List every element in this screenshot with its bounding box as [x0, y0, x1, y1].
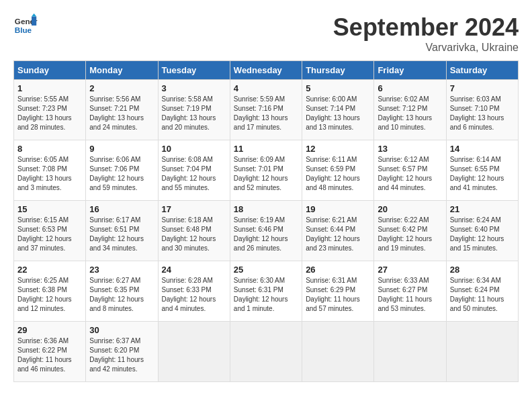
daylight-text: Daylight: 11 hours and 53 minutes. — [378, 295, 442, 314]
daylight-text: Daylight: 11 hours and 42 minutes. — [89, 355, 154, 374]
sunrise-text: Sunrise: 6:17 AM — [89, 216, 154, 225]
calendar-cell: 20 Sunrise: 6:22 AM Sunset: 6:42 PM Dayl… — [374, 201, 446, 261]
day-number: 3 — [162, 83, 226, 93]
sunrise-text: Sunrise: 6:25 AM — [17, 276, 82, 285]
calendar-cell: 26 Sunrise: 6:31 AM Sunset: 6:29 PM Dayl… — [302, 261, 374, 322]
calendar-cell: 3 Sunrise: 5:58 AM Sunset: 7:19 PM Dayli… — [158, 80, 230, 140]
svg-marker-2 — [32, 17, 36, 26]
daylight-text: Daylight: 13 hours and 10 minutes. — [378, 113, 442, 132]
day-info: Sunrise: 6:19 AM Sunset: 6:46 PM Dayligh… — [234, 216, 298, 253]
sunrise-text: Sunrise: 6:09 AM — [234, 155, 298, 165]
column-header-monday: Monday — [86, 61, 158, 80]
sunset-text: Sunset: 7:04 PM — [162, 165, 226, 174]
day-number: 30 — [89, 325, 154, 335]
sunset-text: Sunset: 7:19 PM — [162, 104, 226, 113]
title-block: September 2024 Varvarivka, Ukraine — [333, 13, 519, 54]
day-info: Sunrise: 6:12 AM Sunset: 6:57 PM Dayligh… — [378, 155, 442, 193]
sunset-text: Sunset: 6:24 PM — [450, 285, 515, 295]
calendar-week-1: 1 Sunrise: 5:55 AM Sunset: 7:23 PM Dayli… — [14, 80, 519, 140]
calendar-cell: 19 Sunrise: 6:21 AM Sunset: 6:44 PM Dayl… — [302, 201, 374, 261]
day-number: 28 — [450, 265, 515, 275]
day-info: Sunrise: 6:09 AM Sunset: 7:01 PM Dayligh… — [234, 155, 298, 193]
day-number: 5 — [306, 83, 370, 93]
day-number: 22 — [17, 265, 82, 275]
day-info: Sunrise: 6:02 AM Sunset: 7:12 PM Dayligh… — [378, 95, 442, 132]
day-number: 12 — [306, 144, 370, 154]
sunrise-text: Sunrise: 5:56 AM — [89, 95, 154, 104]
day-info: Sunrise: 6:15 AM Sunset: 6:53 PM Dayligh… — [17, 216, 82, 253]
day-info: Sunrise: 6:08 AM Sunset: 7:04 PM Dayligh… — [162, 155, 226, 193]
day-info: Sunrise: 6:33 AM Sunset: 6:27 PM Dayligh… — [378, 276, 442, 314]
daylight-text: Daylight: 12 hours and 55 minutes. — [162, 174, 226, 193]
sunset-text: Sunset: 7:21 PM — [89, 104, 154, 113]
calendar-week-5: 29 Sunrise: 6:36 AM Sunset: 6:22 PM Dayl… — [14, 322, 519, 382]
daylight-text: Daylight: 11 hours and 50 minutes. — [450, 295, 515, 314]
sunrise-text: Sunrise: 6:21 AM — [306, 216, 370, 225]
column-header-thursday: Thursday — [302, 61, 374, 80]
sunrise-text: Sunrise: 6:31 AM — [306, 276, 370, 285]
day-number: 10 — [162, 144, 226, 154]
day-info: Sunrise: 6:24 AM Sunset: 6:40 PM Dayligh… — [450, 216, 515, 253]
sunrise-text: Sunrise: 6:08 AM — [162, 155, 226, 165]
calendar-cell: 4 Sunrise: 5:59 AM Sunset: 7:16 PM Dayli… — [230, 80, 302, 140]
daylight-text: Daylight: 13 hours and 17 minutes. — [234, 113, 298, 132]
day-number: 2 — [89, 83, 154, 93]
sunrise-text: Sunrise: 6:15 AM — [17, 216, 82, 225]
day-number: 4 — [234, 83, 298, 93]
sunset-text: Sunset: 6:20 PM — [89, 346, 154, 355]
day-info: Sunrise: 5:58 AM Sunset: 7:19 PM Dayligh… — [162, 95, 226, 132]
daylight-text: Daylight: 13 hours and 6 minutes. — [450, 113, 515, 132]
sunrise-text: Sunrise: 6:00 AM — [306, 95, 370, 104]
daylight-text: Daylight: 12 hours and 41 minutes. — [450, 174, 515, 193]
daylight-text: Daylight: 11 hours and 46 minutes. — [17, 355, 82, 374]
day-number: 24 — [162, 265, 226, 275]
column-header-tuesday: Tuesday — [158, 61, 230, 80]
day-info: Sunrise: 6:28 AM Sunset: 6:33 PM Dayligh… — [162, 276, 226, 314]
daylight-text: Daylight: 12 hours and 19 minutes. — [378, 234, 442, 253]
calendar-cell: 25 Sunrise: 6:30 AM Sunset: 6:31 PM Dayl… — [230, 261, 302, 322]
sunset-text: Sunset: 7:23 PM — [17, 104, 82, 113]
daylight-text: Daylight: 13 hours and 13 minutes. — [306, 113, 370, 132]
sunset-text: Sunset: 7:10 PM — [450, 104, 515, 113]
calendar-cell: 12 Sunrise: 6:11 AM Sunset: 6:59 PM Dayl… — [302, 140, 374, 201]
day-info: Sunrise: 6:34 AM Sunset: 6:24 PM Dayligh… — [450, 276, 515, 314]
sunset-text: Sunset: 6:27 PM — [378, 285, 442, 295]
calendar-cell: 6 Sunrise: 6:02 AM Sunset: 7:12 PM Dayli… — [374, 80, 446, 140]
sunset-text: Sunset: 6:59 PM — [306, 165, 370, 174]
sunset-text: Sunset: 6:40 PM — [450, 225, 515, 234]
sunrise-text: Sunrise: 6:27 AM — [89, 276, 154, 285]
daylight-text: Daylight: 12 hours and 15 minutes. — [450, 234, 515, 253]
day-number: 23 — [89, 265, 154, 275]
calendar-cell: 15 Sunrise: 6:15 AM Sunset: 6:53 PM Dayl… — [14, 201, 86, 261]
day-number: 29 — [17, 325, 82, 335]
sunrise-text: Sunrise: 6:37 AM — [89, 336, 154, 346]
day-info: Sunrise: 6:03 AM Sunset: 7:10 PM Dayligh… — [450, 95, 515, 132]
sunset-text: Sunset: 6:29 PM — [306, 285, 370, 295]
sunset-text: Sunset: 6:22 PM — [17, 346, 82, 355]
logo: General Blue — [13, 13, 38, 38]
calendar-cell: 5 Sunrise: 6:00 AM Sunset: 7:14 PM Dayli… — [302, 80, 374, 140]
calendar-cell: 14 Sunrise: 6:14 AM Sunset: 6:55 PM Dayl… — [446, 140, 518, 201]
sunrise-text: Sunrise: 6:34 AM — [450, 276, 515, 285]
day-info: Sunrise: 6:14 AM Sunset: 6:55 PM Dayligh… — [450, 155, 515, 193]
daylight-text: Daylight: 12 hours and 34 minutes. — [89, 234, 154, 253]
sunset-text: Sunset: 6:51 PM — [89, 225, 154, 234]
day-info: Sunrise: 6:27 AM Sunset: 6:35 PM Dayligh… — [89, 276, 154, 314]
calendar-table: SundayMondayTuesdayWednesdayThursdayFrid… — [13, 60, 519, 382]
calendar-cell: 29 Sunrise: 6:36 AM Sunset: 6:22 PM Dayl… — [14, 322, 86, 382]
sunset-text: Sunset: 7:08 PM — [17, 165, 82, 174]
calendar-cell: 22 Sunrise: 6:25 AM Sunset: 6:38 PM Dayl… — [14, 261, 86, 322]
day-number: 14 — [450, 144, 515, 154]
calendar-cell: 10 Sunrise: 6:08 AM Sunset: 7:04 PM Dayl… — [158, 140, 230, 201]
daylight-text: Daylight: 12 hours and 12 minutes. — [17, 295, 82, 314]
day-info: Sunrise: 6:18 AM Sunset: 6:48 PM Dayligh… — [162, 216, 226, 253]
daylight-text: Daylight: 12 hours and 8 minutes. — [89, 295, 154, 314]
daylight-text: Daylight: 13 hours and 28 minutes. — [17, 113, 82, 132]
daylight-text: Daylight: 13 hours and 24 minutes. — [89, 113, 154, 132]
day-info: Sunrise: 6:05 AM Sunset: 7:08 PM Dayligh… — [17, 155, 82, 193]
daylight-text: Daylight: 11 hours and 57 minutes. — [306, 295, 370, 314]
sunrise-text: Sunrise: 6:03 AM — [450, 95, 515, 104]
calendar-week-2: 8 Sunrise: 6:05 AM Sunset: 7:08 PM Dayli… — [14, 140, 519, 201]
sunset-text: Sunset: 6:46 PM — [234, 225, 298, 234]
page-header: General Blue September 2024 Varvarivka, … — [13, 13, 519, 54]
